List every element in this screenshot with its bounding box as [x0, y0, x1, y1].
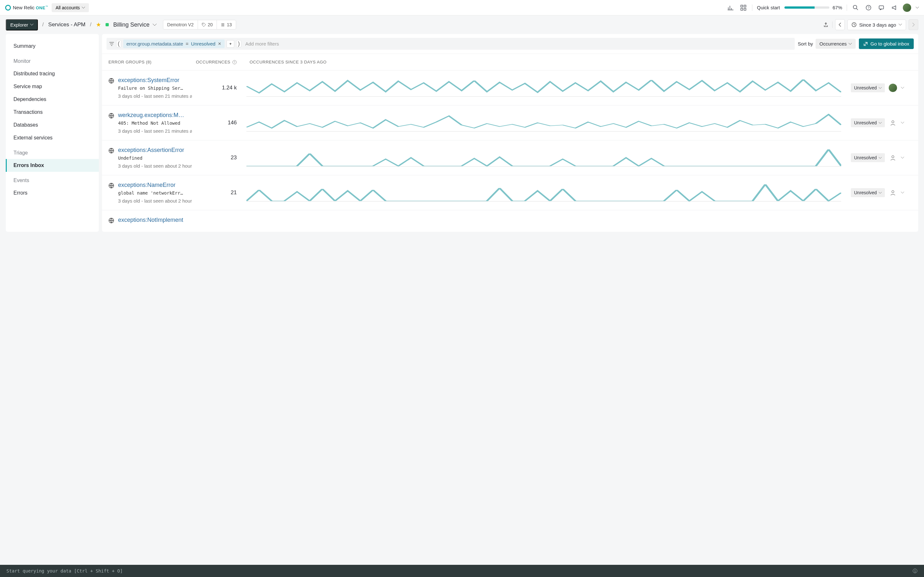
service-meta: Demotron V2 20 13	[163, 20, 236, 29]
error-title[interactable]: exceptions:SystemError	[118, 77, 186, 84]
top-bar: New Relic ONE™ All accounts Quick start …	[0, 0, 924, 15]
sort-by: Sort by Occurrences	[798, 39, 856, 49]
assignee-avatar[interactable]	[889, 84, 897, 92]
search-icon[interactable]	[851, 3, 860, 12]
time-prev-button[interactable]	[835, 19, 845, 30]
chart-icon[interactable]	[726, 3, 735, 12]
feedback-icon[interactable]	[877, 3, 885, 12]
error-title[interactable]: exceptions:AssertionError	[118, 147, 186, 153]
error-age: 3 days old - last seen 21 minutes a	[118, 128, 192, 134]
occurrence-count: 21	[192, 189, 237, 196]
error-message: 405: Method Not Allowed	[118, 121, 186, 126]
sidebar-item-transactions[interactable]: Transactions	[6, 106, 99, 119]
share-icon[interactable]	[822, 21, 830, 29]
globe-icon	[108, 183, 114, 189]
globe-icon	[108, 113, 114, 119]
error-message: Undefined	[118, 155, 186, 161]
entities-pill[interactable]: 13	[217, 20, 236, 29]
divider	[832, 21, 833, 28]
brand-logo[interactable]: New Relic ONE™	[5, 5, 48, 11]
error-age: 3 days old - last seen about 2 hour	[118, 163, 192, 169]
help-icon[interactable]: ?	[232, 60, 237, 64]
health-indicator-icon	[105, 23, 109, 26]
env-pill[interactable]: Demotron V2	[163, 20, 198, 29]
table-row[interactable]: exceptions:SystemError Failure on Shippi…	[102, 70, 918, 105]
star-icon[interactable]: ★	[96, 21, 101, 28]
svg-point-8	[203, 24, 204, 24]
sort-by-dropdown[interactable]: Occurrences	[816, 39, 856, 49]
go-to-global-inbox-button[interactable]: Go to global inbox	[859, 39, 914, 49]
table-header: ERROR GROUPS (8) OCCURRENCES ? OCCURRENC…	[102, 53, 918, 70]
sidebar-heading-events: Events	[6, 172, 99, 187]
sidebar-item-databases[interactable]: Databases	[6, 119, 99, 131]
sidebar-item-external-services[interactable]: External services	[6, 131, 99, 144]
announce-icon[interactable]	[890, 3, 898, 12]
occurrence-sparkline	[237, 184, 851, 201]
occurrence-count: 146	[192, 119, 237, 126]
table-row[interactable]: werkzeug.exceptions:Meth 405: Method Not…	[102, 105, 918, 140]
svg-point-19	[892, 156, 894, 158]
breadcrumb-services[interactable]: Services - APM	[48, 21, 86, 28]
filter-placeholder[interactable]: Add more filters	[245, 41, 279, 47]
user-avatar[interactable]	[903, 3, 911, 12]
status-dropdown[interactable]: Unresolved	[851, 188, 885, 197]
th-error-groups: ERROR GROUPS (8)	[108, 60, 192, 64]
add-filter-button[interactable]: +	[226, 40, 234, 48]
error-rows: exceptions:SystemError Failure on Shippi…	[102, 70, 918, 232]
row-menu-icon[interactable]	[901, 192, 904, 193]
row-menu-icon[interactable]	[901, 87, 904, 89]
row-menu-icon[interactable]	[901, 157, 904, 159]
status-dropdown[interactable]: Unresolved	[851, 83, 885, 92]
sidebar-heading-triage: Triage	[6, 144, 99, 159]
service-name-dropdown[interactable]: Billing Service	[113, 21, 157, 28]
paren-close: )	[236, 40, 241, 47]
brand-text: New Relic ONE™	[13, 5, 48, 10]
breadcrumb-bar: Explorer / Services - APM / ★ Billing Se…	[0, 15, 924, 34]
error-age: 3 days old - last seen 21 minutes a	[118, 93, 192, 99]
apps-grid-icon[interactable]	[739, 3, 748, 12]
table-row[interactable]: exceptions:NameError global name 'networ…	[102, 175, 918, 210]
divider	[846, 5, 847, 11]
assignee-unassigned-icon[interactable]	[889, 153, 897, 162]
svg-rect-0	[741, 5, 743, 7]
time-range-picker[interactable]: Since 3 days ago	[847, 19, 906, 30]
svg-rect-7	[879, 6, 884, 9]
sidebar-item-dependencies[interactable]: Dependencies	[6, 93, 99, 106]
chevron-down-icon	[879, 87, 882, 89]
error-message: global name 'networkErro…	[118, 190, 186, 195]
error-title[interactable]: werkzeug.exceptions:Meth	[118, 112, 186, 119]
sidebar-item-errors-inbox[interactable]: Errors Inbox	[6, 159, 99, 172]
sidebar-item-errors[interactable]: Errors	[6, 187, 99, 199]
sidebar: Summary Monitor Distributed tracing Serv…	[6, 34, 99, 232]
assignee-unassigned-icon[interactable]	[889, 189, 897, 197]
remove-filter-icon[interactable]: ✕	[218, 41, 221, 46]
status-dropdown[interactable]: Unresolved	[851, 153, 885, 162]
status-dropdown[interactable]: Unresolved	[851, 118, 885, 127]
tags-pill[interactable]: 20	[198, 20, 217, 29]
globe-icon	[108, 218, 114, 223]
sidebar-item-service-map[interactable]: Service map	[6, 80, 99, 93]
chevron-down-icon[interactable]	[916, 7, 919, 9]
quick-start-progress[interactable]: 67%	[784, 5, 842, 10]
filter-expression[interactable]: ( error.group.metadata.state = Unresolve…	[107, 38, 795, 50]
table-row[interactable]: exceptions:NotImplement	[102, 210, 918, 232]
help-icon[interactable]: ?	[864, 3, 873, 12]
error-title[interactable]: exceptions:NotImplement	[118, 217, 183, 223]
explorer-dropdown[interactable]: Explorer	[6, 19, 38, 31]
error-title[interactable]: exceptions:NameError	[118, 182, 186, 189]
sidebar-item-distributed-tracing[interactable]: Distributed tracing	[6, 67, 99, 80]
svg-text:?: ?	[234, 61, 236, 64]
sidebar-item-summary[interactable]: Summary	[6, 40, 99, 53]
time-next-button[interactable]	[909, 19, 918, 30]
globe-icon	[108, 148, 114, 153]
external-link-icon	[863, 42, 868, 46]
table-row[interactable]: exceptions:AssertionError Undefined 3 da…	[102, 140, 918, 175]
assignee-unassigned-icon[interactable]	[889, 119, 897, 127]
progress-track	[784, 6, 829, 9]
row-menu-icon[interactable]	[901, 122, 904, 124]
svg-rect-1	[744, 5, 746, 7]
svg-rect-3	[744, 8, 746, 10]
filter-chip[interactable]: error.group.metadata.state = Unresolved …	[123, 39, 225, 48]
th-occurrences: OCCURRENCES ?	[192, 60, 237, 64]
all-accounts-dropdown[interactable]: All accounts	[52, 3, 89, 12]
